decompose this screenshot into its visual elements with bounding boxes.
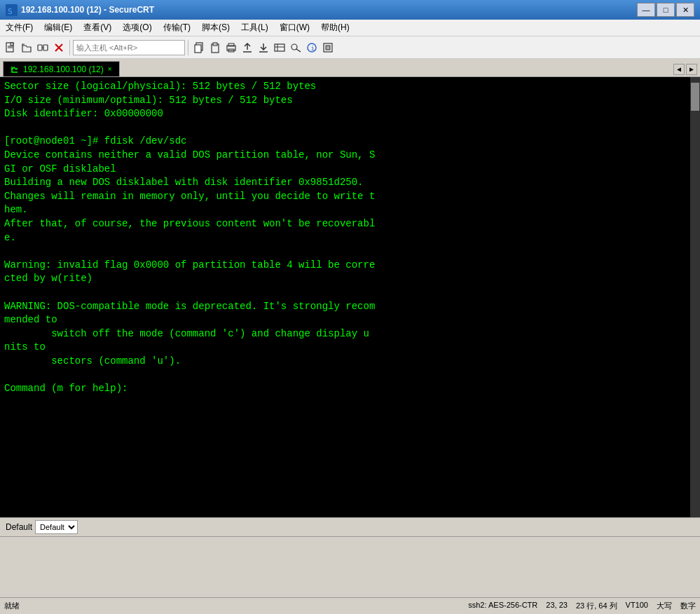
window-title: 192.168.100.100 (12) - SecureCRT (21, 5, 154, 15)
session-label: Default (6, 522, 32, 532)
terminal-scrollbar[interactable] (690, 77, 700, 517)
session-bar: Default Default (0, 517, 700, 537)
svg-rect-7 (43, 45, 48, 50)
toolbar-print-btn[interactable] (224, 40, 239, 55)
svg-rect-6 (38, 45, 42, 50)
title-bar: S 192.168.100.100 (12) - SecureCRT — □ ✕ (0, 0, 700, 20)
svg-line-24 (296, 49, 301, 52)
toolbar-config-btn[interactable] (320, 40, 336, 55)
host-input[interactable] (73, 40, 185, 55)
status-right: ssh2: AES-256-CTR 23, 23 23 行, 64 列 VT10… (468, 601, 696, 611)
app-icon: S (6, 4, 17, 15)
svg-text:S: S (8, 7, 13, 16)
toolbar-download-btn[interactable] (256, 40, 271, 55)
menu-help[interactable]: 帮助(H) (315, 20, 355, 35)
toolbar-disconnect-btn[interactable] (51, 40, 67, 55)
status-position: 23, 23 (546, 601, 568, 611)
session-dropdown[interactable]: Default (35, 520, 78, 534)
window-controls: — □ ✕ (637, 3, 694, 17)
tab-next-btn[interactable]: ▶ (686, 64, 697, 75)
tab-nav: ◀ ▶ (673, 64, 697, 76)
toolbar-connect-btn[interactable] (35, 40, 50, 55)
tab-icon (11, 65, 19, 74)
close-button[interactable]: ✕ (676, 3, 694, 17)
svg-rect-12 (195, 45, 201, 53)
menu-edit[interactable]: 编辑(E) (39, 20, 78, 35)
maximize-button[interactable]: □ (657, 3, 675, 17)
menu-bar: 文件(F) 编辑(E) 查看(V) 选项(O) 传输(T) 脚本(S) 工具(L… (0, 20, 700, 36)
title-bar-left: S 192.168.100.100 (12) - SecureCRT (6, 4, 154, 15)
svg-rect-20 (275, 44, 284, 51)
minimize-button[interactable]: — (637, 3, 655, 17)
svg-rect-3 (11, 43, 13, 46)
status-ready: 就绪 (4, 601, 20, 611)
scrollbar-thumb[interactable] (691, 83, 699, 111)
tab-session[interactable]: 192.168.100.100 (12) × (3, 61, 120, 76)
status-ssh: ssh2: AES-256-CTR (468, 601, 537, 611)
menu-tools[interactable]: 工具(L) (235, 20, 274, 35)
toolbar-sep-2 (188, 40, 188, 55)
toolbar-info-btn[interactable]: i (304, 40, 320, 55)
status-bar: 就绪 ssh2: AES-256-CTR 23, 23 23 行, 64 列 V… (0, 597, 700, 614)
terminal-container[interactable]: Sector size (logical/physical): 512 byte… (0, 77, 700, 517)
menu-options[interactable]: 选项(O) (117, 20, 157, 35)
menu-script[interactable]: 脚本(S) (196, 20, 235, 35)
svg-rect-28 (326, 46, 330, 50)
tab-prev-btn[interactable]: ◀ (673, 64, 685, 75)
status-term-type: VT100 (626, 601, 648, 611)
menu-view[interactable]: 查看(V) (78, 20, 117, 35)
toolbar-paste-btn[interactable] (207, 40, 223, 55)
toolbar-new-btn[interactable] (3, 40, 18, 55)
toolbar-open-btn[interactable] (19, 40, 34, 55)
toolbar-icons-right: i (191, 40, 336, 55)
tab-close-btn[interactable]: × (108, 65, 112, 73)
toolbar-icons-left (3, 40, 67, 55)
toolbar-sftp-btn[interactable] (272, 40, 287, 55)
toolbar-copy-btn[interactable] (191, 40, 207, 55)
toolbar: i (0, 36, 700, 59)
toolbar-upload-btn[interactable] (240, 40, 255, 55)
svg-text:i: i (311, 46, 315, 53)
tab-label: 192.168.100.100 (12) (23, 64, 104, 74)
svg-point-23 (291, 44, 297, 50)
status-num-lock: 数字 (680, 601, 696, 611)
status-line-col: 23 行, 64 列 (576, 601, 617, 611)
terminal-output: Sector size (logical/physical): 512 byte… (0, 77, 700, 517)
tab-bar: 192.168.100.100 (12) × ◀ ▶ (0, 59, 700, 77)
toolbar-sep-1 (69, 40, 70, 55)
toolbar-key-btn[interactable] (288, 40, 303, 55)
menu-file[interactable]: 文件(F) (0, 20, 39, 35)
menu-window[interactable]: 窗口(W) (274, 20, 315, 35)
menu-transfer[interactable]: 传输(T) (158, 20, 196, 35)
status-caps-lock: 大写 (657, 601, 672, 611)
svg-rect-14 (213, 43, 217, 46)
